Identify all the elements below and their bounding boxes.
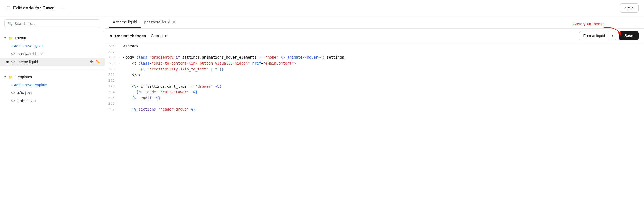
line-chevron xyxy=(119,106,123,107)
line-content: </head> xyxy=(123,43,644,49)
line-chevron xyxy=(119,89,123,90)
line-number: 296 xyxy=(105,101,119,106)
sidebar: 🔍 ▾ 📁 Layout + Add a new layout </> pass… xyxy=(0,16,105,206)
tab-password-liquid[interactable]: password.liquid ✕ xyxy=(141,17,179,28)
line-content: {% sections 'header-group' %} xyxy=(123,106,644,112)
current-dropdown[interactable]: Current ▾ xyxy=(149,33,169,39)
add-template-label: + Add a new template xyxy=(11,83,47,87)
changes-dot xyxy=(110,35,112,37)
editor-area: theme.liquid password.liquid ✕ Recent ch… xyxy=(105,16,644,206)
tab-label: theme.liquid xyxy=(116,20,137,24)
line-number: 286 xyxy=(105,43,119,49)
line-chevron xyxy=(119,49,123,50)
file-name: article.json xyxy=(17,99,36,103)
code-line: 296 xyxy=(105,101,644,106)
code-line: 289› <a class="skip-to-content-link butt… xyxy=(105,61,644,66)
line-chevron xyxy=(119,101,123,101)
line-number: 295 xyxy=(105,95,119,101)
templates-section: ▾ 📁 Templates + Add a new template </> 4… xyxy=(0,70,105,107)
save-annotation-arrow xyxy=(601,26,622,37)
tab-close-icon[interactable]: ✕ xyxy=(172,20,175,24)
line-chevron xyxy=(119,72,123,73)
tab-theme-liquid[interactable]: theme.liquid xyxy=(109,17,141,28)
code-icon: </> xyxy=(11,99,15,103)
search-input-wrap: 🔍 xyxy=(4,19,100,28)
templates-chevron-icon: ▾ xyxy=(4,75,6,79)
code-icon: </> xyxy=(11,91,15,95)
search-bar: 🔍 xyxy=(0,16,105,31)
line-content: <body class="gradient{% if settings.anim… xyxy=(123,55,644,61)
divider xyxy=(0,69,105,69)
topbar-left: ⬚ Edit code for Dawn ··· xyxy=(5,5,63,11)
code-line: 288›<body class="gradient{% if settings.… xyxy=(105,55,644,61)
line-number: 297 xyxy=(105,106,119,112)
code-line: 291 </a> xyxy=(105,72,644,78)
dropdown-chevron-icon: ▾ xyxy=(165,34,167,38)
file-item-article-json[interactable]: </> article.json xyxy=(0,97,105,105)
line-number: 288 xyxy=(105,55,119,60)
line-content: </a> xyxy=(123,72,644,78)
code-line: 287 xyxy=(105,49,644,55)
line-number: 292 xyxy=(105,78,119,84)
topbar-title: Edit code for Dawn xyxy=(13,5,55,11)
file-item-404-json[interactable]: </> 404.json xyxy=(0,89,105,97)
active-dot xyxy=(6,61,9,63)
add-layout-link[interactable]: + Add a new layout xyxy=(0,42,105,50)
recent-changes-label: Recent changes xyxy=(115,34,146,38)
code-line: 293 {%- if settings.cart_type == 'drawer… xyxy=(105,84,644,90)
back-icon[interactable]: ⬚ xyxy=(5,5,10,11)
templates-section-header[interactable]: ▾ 📁 Templates xyxy=(0,73,105,81)
line-number: 293 xyxy=(105,84,119,89)
file-name: 404.json xyxy=(17,91,32,95)
layout-folder-icon: 📁 xyxy=(8,36,13,40)
layout-section-label: Layout xyxy=(15,36,26,40)
changes-right: Save your theme Format liquid ▾ Save xyxy=(579,31,639,40)
delete-icon[interactable]: 🗑 xyxy=(90,60,94,64)
code-line: 290 {{ 'accessibility.skip_to_text' | t … xyxy=(105,66,644,72)
file-actions: 🗑 ✏️ xyxy=(90,60,100,64)
layout-section-header[interactable]: ▾ 📁 Layout xyxy=(0,34,105,42)
main-layout: 🔍 ▾ 📁 Layout + Add a new layout </> pass… xyxy=(0,16,644,206)
line-number: 287 xyxy=(105,49,119,55)
line-number: 291 xyxy=(105,72,119,78)
code-line: 294 {%- render 'cart-drawer' -%} xyxy=(105,89,644,95)
save-annotation-text: Save your theme xyxy=(573,22,604,26)
code-editor[interactable]: 286</head>287288›<body class="gradient{%… xyxy=(105,43,644,206)
line-content: {%- render 'cart-drawer' -%} xyxy=(123,89,644,95)
line-chevron xyxy=(119,95,123,96)
line-chevron: › xyxy=(119,61,123,66)
templates-folder-icon: 📁 xyxy=(8,75,13,79)
file-name: theme.liquid xyxy=(17,60,38,64)
file-item-password-liquid[interactable]: </> password.liquid xyxy=(0,50,105,58)
file-name: password.liquid xyxy=(17,52,44,56)
line-number: 289 xyxy=(105,61,119,66)
line-content: {%- endif -%} xyxy=(123,95,644,101)
changes-bar: Recent changes Current ▾ Save your theme xyxy=(105,29,644,43)
preview-store-button[interactable]: Save xyxy=(620,3,639,13)
line-content: {%- if settings.cart_type == 'drawer' -%… xyxy=(123,84,644,90)
changes-left: Recent changes Current ▾ xyxy=(110,33,169,39)
code-icon: </> xyxy=(11,52,15,56)
file-item-theme-liquid[interactable]: </> theme.liquid 🗑 ✏️ xyxy=(0,58,105,66)
line-chevron: › xyxy=(119,55,123,60)
tab-dot xyxy=(113,21,115,23)
line-content: {{ 'accessibility.skip_to_text' | t }} xyxy=(123,66,644,72)
code-line: 297 {% sections 'header-group' %} xyxy=(105,106,644,112)
search-input[interactable] xyxy=(15,22,97,26)
edit-icon[interactable]: ✏️ xyxy=(96,60,100,64)
line-chevron xyxy=(119,66,123,67)
templates-section-label: Templates xyxy=(15,75,32,79)
tab-label: password.liquid xyxy=(144,20,171,24)
search-icon: 🔍 xyxy=(8,22,12,26)
more-options-icon[interactable]: ··· xyxy=(58,5,63,11)
code-line: 295 {%- endif -%} xyxy=(105,95,644,101)
topbar: ⬚ Edit code for Dawn ··· Save xyxy=(0,0,644,16)
add-template-link[interactable]: + Add a new template xyxy=(0,81,105,89)
line-number: 294 xyxy=(105,89,119,95)
layout-section: ▾ 📁 Layout + Add a new layout </> passwo… xyxy=(0,31,105,68)
add-layout-label: + Add a new layout xyxy=(11,44,43,48)
line-chevron xyxy=(119,84,123,84)
current-label: Current xyxy=(151,34,164,38)
code-line: 286</head> xyxy=(105,43,644,49)
code-line: 292 xyxy=(105,78,644,84)
